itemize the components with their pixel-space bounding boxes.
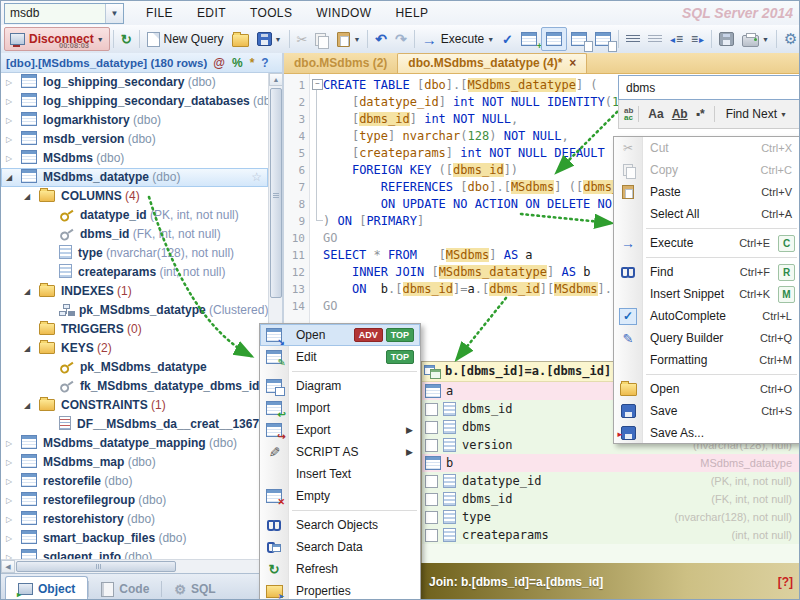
tree-item[interactable]: ▷restorehistory (dbo) xyxy=(1,510,268,529)
collapse-arrow-icon[interactable]: ◢ xyxy=(24,396,30,415)
panel-tab-sql[interactable]: ⚙SQL xyxy=(162,577,227,600)
chevron-down-icon[interactable]: ▼ xyxy=(275,36,282,43)
menu-item-export[interactable]: Export▶ xyxy=(260,419,420,441)
tree-item[interactable]: ▷MSdbms (dbo) xyxy=(1,149,268,168)
tree-item[interactable]: ▷logmarkhistory (dbo) xyxy=(1,111,268,130)
chevron-down-icon[interactable]: ▼ xyxy=(487,36,494,43)
cut-button[interactable]: ✂ xyxy=(293,28,312,50)
checkbox[interactable] xyxy=(425,529,438,542)
join-row-dbms_id[interactable]: dbms_id(FK, int, not null) xyxy=(422,490,800,508)
tree-item[interactable]: dbms_id (FK, int, not null) xyxy=(1,225,268,244)
copy-button[interactable] xyxy=(311,28,333,50)
tree-item[interactable]: ◢KEYS (2) xyxy=(1,339,268,358)
scrollbar-thumb[interactable] xyxy=(270,88,282,298)
at-icon[interactable]: @ xyxy=(213,56,225,70)
open-file-button[interactable] xyxy=(228,28,253,50)
expand-arrow-icon[interactable]: ▷ xyxy=(6,529,12,548)
chevron-down-icon[interactable]: ▼ xyxy=(780,111,787,118)
checkbox[interactable] xyxy=(425,475,438,488)
expand-arrow-icon[interactable]: ▷ xyxy=(6,548,12,559)
expand-arrow-icon[interactable]: ▷ xyxy=(6,111,12,130)
tab-dbo-msdbms[interactable]: dbo.MSdbms (2) xyxy=(284,54,397,73)
favorite-star-icon[interactable]: ☆ xyxy=(251,168,262,187)
tree-item[interactable]: ▷restorefilegroup (dbo) xyxy=(1,491,268,510)
expand-arrow-icon[interactable]: ▷ xyxy=(6,92,12,111)
tree-item[interactable]: fk_MSdbms_datatype_dbms_id xyxy=(1,377,268,396)
menu-item-search-objects[interactable]: Search Objects xyxy=(260,514,420,536)
tree-item[interactable]: datatype_id (PK, int, not null) xyxy=(1,206,268,225)
tree-item[interactable]: ▷smart_backup_files (dbo) xyxy=(1,529,268,548)
menubar-item-edit[interactable]: EDIT xyxy=(185,3,238,23)
query-designer-button[interactable]: + xyxy=(517,28,541,50)
format-lines-button[interactable] xyxy=(622,28,644,50)
replace-icon[interactable]: abac xyxy=(624,107,633,121)
menu-item-open[interactable]: OpenCtrl+O xyxy=(614,378,800,400)
menu-item-find[interactable]: FindCtrl+FR xyxy=(614,261,800,283)
script-data-button[interactable] xyxy=(591,28,615,50)
tree-item[interactable]: ◢INDEXES (1) xyxy=(1,282,268,301)
code-fold-icon[interactable]: − xyxy=(312,79,323,90)
join-row-datatype_id[interactable]: datatype_id(PK, int, not null) xyxy=(422,472,800,490)
tree-item[interactable]: ▷MSdbms_datatype_mapping (dbo) xyxy=(1,434,268,453)
expand-arrow-icon[interactable]: ▷ xyxy=(6,472,12,491)
menu-item-save-as[interactable]: Save As... xyxy=(614,422,800,444)
tree-item[interactable]: createparams (int, not null) xyxy=(1,263,268,282)
menu-item-query-builder[interactable]: Query BuilderCtrl+Q xyxy=(614,327,800,349)
menubar-item-window[interactable]: WINDOW xyxy=(304,3,383,23)
tree-item[interactable]: ▷MSdbms_map (dbo) xyxy=(1,453,268,472)
menu-item-execute[interactable]: ExecuteCtrl+EC xyxy=(614,232,800,254)
tree-item[interactable]: ◢CONSTRAINTS (1) xyxy=(1,396,268,415)
join-row-createparams[interactable]: createparams(int, not null) xyxy=(422,526,800,544)
scrollbar-thumb[interactable] xyxy=(16,561,176,572)
expand-arrow-icon[interactable]: ▷ xyxy=(6,130,12,149)
checkbox[interactable] xyxy=(425,421,438,434)
chevron-down-icon[interactable]: ▼ xyxy=(353,36,360,43)
undo-button[interactable]: ↶ xyxy=(371,28,391,50)
menubar-item-file[interactable]: FILE xyxy=(134,3,185,23)
tree-item[interactable]: type (nvarchar(128), not null) xyxy=(1,244,268,263)
menu-item-search-data[interactable]: Search Data xyxy=(260,536,420,558)
menu-item-cut[interactable]: CutCtrl+X xyxy=(614,137,800,159)
paste-button[interactable]: ▼ xyxy=(333,28,364,50)
menu-item-insert-snippet[interactable]: Insert SnippetCtrl+KM xyxy=(614,283,800,305)
redo-button[interactable]: ↷ xyxy=(391,28,411,50)
menu-item-autocomplete[interactable]: AutoCompleteCtrl+L xyxy=(614,305,800,327)
whole-word-button[interactable]: Ab xyxy=(672,107,688,121)
menu-item-empty[interactable]: Empty xyxy=(260,485,420,507)
tree-item[interactable]: ◢MSdbms_datatype (dbo)☆ xyxy=(1,168,268,187)
parse-check-button[interactable]: ✓ xyxy=(498,28,517,50)
tree-item[interactable]: TRIGGERS (0) xyxy=(1,320,268,339)
checkbox[interactable] xyxy=(425,493,438,506)
close-icon[interactable]: × xyxy=(569,56,576,70)
menu-item-paste[interactable]: PasteCtrl+V xyxy=(614,181,800,203)
tree-item[interactable]: pk_MSdbms_datatype xyxy=(1,358,268,377)
tab-dbo-msdbms-datatype[interactable]: dbo.MSdbms_datatype (4)*× xyxy=(397,53,587,73)
find-input-box[interactable] xyxy=(618,75,800,100)
tree-item[interactable]: ▷restorefile (dbo) xyxy=(1,472,268,491)
menubar-item-tools[interactable]: TOOLS xyxy=(238,3,304,23)
checkbox[interactable] xyxy=(425,511,438,524)
expand-arrow-icon[interactable]: ▷ xyxy=(6,73,12,92)
join-row-b[interactable]: bMSdbms_datatype xyxy=(422,454,800,472)
tree-item[interactable]: ▷msdb_version (dbo) xyxy=(1,130,268,149)
menu-item-insert-text[interactable]: Insert Text xyxy=(260,463,420,485)
collapse-arrow-icon[interactable]: ◢ xyxy=(24,187,30,206)
collapse-arrow-icon[interactable]: ◢ xyxy=(6,168,12,187)
menu-item-edit[interactable]: EditTOP xyxy=(260,346,420,368)
chevron-down-icon[interactable]: ▼ xyxy=(762,36,769,43)
unformat-button[interactable] xyxy=(644,28,666,50)
menu-item-copy[interactable]: CopyCtrl+C xyxy=(614,159,800,181)
panel-tab-code[interactable]: Code xyxy=(89,577,161,600)
help-badge[interactable]: [?] xyxy=(778,575,793,589)
menu-item-import[interactable]: Import xyxy=(260,397,420,419)
menu-item-script-as[interactable]: SCRIPT AS▶ xyxy=(260,441,420,463)
new-query-button[interactable]: New Query xyxy=(143,28,228,50)
execute-button[interactable]: → Execute ▼ xyxy=(418,28,498,50)
script-table-button[interactable] xyxy=(567,28,591,50)
percent-icon[interactable]: % xyxy=(232,56,243,70)
reconnect-button[interactable]: ↻ xyxy=(117,28,136,50)
expand-arrow-icon[interactable]: ▷ xyxy=(6,491,12,510)
scroll-up-arrow-icon[interactable]: ▲ xyxy=(269,73,283,86)
regex-button[interactable]: ▪* xyxy=(696,107,705,121)
menu-item-refresh[interactable]: Refresh xyxy=(260,558,420,580)
